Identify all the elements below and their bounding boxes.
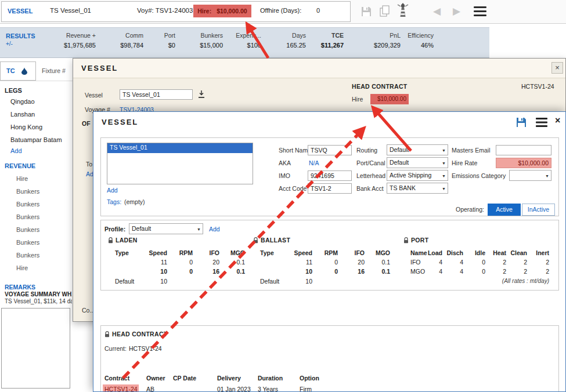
aka-link[interactable]: N/A — [309, 159, 319, 166]
revenue-item[interactable]: Bunkers — [16, 252, 39, 259]
revenue-item[interactable]: Bunkers — [16, 201, 39, 208]
hire-rate-input[interactable]: $10,000.00 — [496, 158, 551, 168]
cell[interactable]: AB Ship... — [146, 386, 173, 392]
cell[interactable]: 10 — [282, 268, 312, 275]
cell[interactable]: 4 — [423, 268, 442, 275]
letterhead-select[interactable]: Active Shipping▼ — [387, 170, 448, 181]
contract-cell[interactable]: HCTSV1-24 — [103, 384, 139, 392]
cell[interactable]: 4 — [423, 259, 442, 266]
results-title[interactable]: RESULTS — [6, 32, 35, 39]
col-header: Speed — [282, 249, 312, 256]
cell[interactable]: 3 Years — [258, 386, 290, 392]
vessel-list-selected-item[interactable]: TS Vessel_01 — [107, 143, 253, 153]
revenue-item[interactable]: Bunkers — [16, 213, 39, 220]
vessel-add-link[interactable]: Add — [107, 187, 118, 194]
profile-add-link[interactable]: Add — [209, 226, 220, 233]
save-icon[interactable] — [515, 116, 528, 129]
clipped-section-fragment: OF — [82, 120, 91, 127]
copy-icon[interactable] — [379, 5, 391, 19]
hire-highlight[interactable]: Hire: $10,000.00 — [193, 5, 251, 17]
vessel-input[interactable]: TS Vessel_01 — [120, 89, 193, 100]
forward-icon[interactable]: ▶ — [453, 5, 460, 17]
port-canal-select[interactable]: Default▼ — [387, 157, 448, 168]
head-contract-label: HEAD CONTRACT — [352, 83, 407, 90]
cell[interactable]: 01 Jan 2023 — [217, 386, 253, 392]
cell[interactable]: 2 — [486, 259, 506, 266]
dialog-title: VESSEL — [81, 64, 118, 72]
remarks-box[interactable] — [1, 308, 70, 389]
results-col-efficiency: Efficiency46% — [381, 32, 434, 49]
cell[interactable]: 0.1 — [221, 268, 245, 275]
cell[interactable]: 2 — [529, 268, 549, 275]
results-plusminus[interactable]: +/- — [6, 41, 13, 47]
results-bar: RESULTS +/- Revenue +$1,975,685 Comm$98,… — [0, 27, 489, 58]
cell[interactable]: 20 — [195, 259, 219, 266]
leg-item[interactable]: Hong Kong — [10, 124, 42, 130]
leg-item[interactable]: Lanshan — [10, 111, 35, 118]
cell[interactable]: 2 — [507, 259, 527, 266]
tags-link[interactable]: Tags: — [107, 198, 121, 205]
cell[interactable]: 10 — [137, 278, 167, 285]
operating-label: Operating: — [447, 206, 484, 213]
routing-select[interactable]: Default▼ — [387, 144, 448, 155]
download-icon[interactable] — [197, 90, 206, 99]
cell[interactable]: 0 — [466, 259, 485, 266]
leg-item[interactable]: Qingdao — [10, 98, 35, 105]
hire-label: Hire — [352, 96, 363, 103]
head-contract-ref[interactable]: HCTSV1-24 — [521, 83, 554, 90]
back-icon[interactable]: ◀ — [433, 5, 441, 17]
cell[interactable]: 0 — [315, 268, 338, 275]
bank-acct-select[interactable]: TS BANK▼ — [387, 183, 448, 194]
cell[interactable]: 16 — [195, 268, 219, 275]
cell[interactable]: 0 — [466, 268, 485, 275]
cell[interactable]: 0 — [170, 268, 193, 275]
cell[interactable]: 2 — [529, 259, 549, 266]
revenue-item[interactable]: Bunkers — [16, 239, 39, 246]
cell[interactable]: 0 — [315, 259, 338, 266]
legs-add-link[interactable]: Add — [10, 147, 22, 154]
active-button[interactable]: Active — [488, 204, 521, 216]
cell[interactable]: 11 — [282, 259, 312, 266]
cell[interactable]: 0.1 — [366, 268, 390, 275]
hire-field[interactable]: $10,000.00 — [370, 94, 409, 104]
close-icon[interactable]: × — [555, 115, 560, 126]
results-col-port: Port$0 — [123, 32, 175, 49]
tab-tc[interactable]: TC — [0, 61, 36, 81]
cell[interactable]: 4 — [444, 259, 463, 266]
inactive-button[interactable]: InActive — [522, 204, 555, 216]
lighthouse-icon[interactable] — [396, 2, 410, 19]
cell[interactable]: 4 — [444, 268, 463, 275]
vessel-list[interactable]: TS Vessel_01 — [107, 143, 253, 184]
revenue-item[interactable]: Hire — [16, 175, 28, 182]
cell[interactable]: 20 — [340, 259, 365, 266]
emissions-category-select[interactable]: ▼ — [509, 170, 551, 181]
cell[interactable]: 2 — [507, 268, 527, 275]
close-icon[interactable]: × — [551, 62, 563, 74]
imo-input[interactable]: 9241695 — [308, 170, 352, 181]
cell[interactable]: 0.1 — [366, 259, 390, 266]
cell[interactable]: 16 — [340, 268, 365, 275]
cell[interactable]: 2 — [486, 268, 506, 275]
profile-label: Profile: — [104, 226, 125, 233]
cell[interactable]: 0 — [170, 259, 193, 266]
short-name-input[interactable]: TSVQ — [308, 145, 352, 155]
masters-email-input[interactable] — [496, 145, 551, 155]
acct-code-input[interactable]: TSV1-2 — [308, 183, 352, 194]
cell[interactable]: 10 — [137, 268, 167, 275]
menu-icon[interactable] — [474, 6, 486, 16]
top-bar: VESSEL TS Vessel_01 Voy#: TSV1-24003 Hir… — [0, 0, 566, 24]
vessel-name[interactable]: TS Vessel_01 — [50, 7, 91, 14]
cell[interactable]: 11 — [137, 259, 167, 266]
cell[interactable]: 0.1 — [221, 259, 245, 266]
revenue-item[interactable]: Bunkers — [16, 188, 39, 195]
col-header: Heat — [486, 249, 506, 256]
leg-item[interactable]: Batuampar Batam — [10, 136, 72, 143]
profile-select[interactable]: Default▼ — [129, 223, 203, 234]
voyage-number[interactable]: Voy#: TSV1-24003 — [137, 7, 193, 14]
cell[interactable]: 10 — [282, 278, 312, 285]
revenue-item[interactable]: Bunkers — [16, 226, 39, 233]
save-icon[interactable] — [360, 5, 373, 18]
revenue-item[interactable]: Hire — [16, 264, 28, 271]
menu-icon[interactable] — [536, 118, 547, 127]
cell[interactable]: Firm — [300, 386, 327, 392]
